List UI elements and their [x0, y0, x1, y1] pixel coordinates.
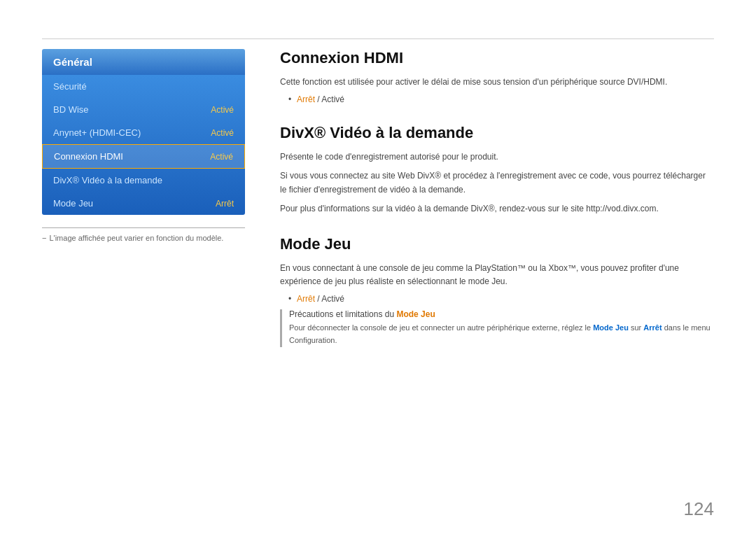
page-number: 124 [684, 498, 714, 520]
sidebar-item-divx[interactable]: DivX® Vidéo à la demande [42, 169, 245, 192]
sidebar-item-connexion-hdmi[interactable]: Connexion HDMIActivé [42, 144, 245, 169]
section-title-divx: DivX® Vidéo à la demande [280, 124, 714, 142]
bullet-item: Arrêt / Activé [288, 294, 714, 304]
section-mode-jeu: Mode JeuEn vous connectant à une console… [280, 235, 714, 347]
bullet-item: Arrêt / Activé [288, 94, 714, 104]
sidebar-item-label: Mode Jeu [53, 198, 93, 209]
sidebar-item-label: BD Wise [53, 104, 89, 115]
sidebar-note: L'image affichée peut varier en fonction… [42, 227, 245, 242]
section-paragraph: Si vous vous connectez au site Web DivX®… [280, 169, 714, 196]
section-paragraph: Pour plus d'informations sur la vidéo à … [280, 202, 714, 216]
section-title-mode-jeu: Mode Jeu [280, 235, 714, 253]
sidebar-item-bdwise[interactable]: BD WiseActivé [42, 98, 245, 121]
sidebar-item-label: DivX® Vidéo à la demande [53, 175, 162, 185]
sidebar-header: Général [42, 49, 245, 75]
section-paragraph: Cette fonction est utilisée pour activer… [280, 76, 714, 89]
precaution-title: Précautions et limitations du Mode Jeu [289, 309, 714, 319]
sidebar-note-text: L'image affichée peut varier en fonction… [42, 234, 245, 242]
sidebar-item-value: Activé [211, 105, 234, 115]
bullet-list: Arrêt / Activé [288, 294, 714, 304]
sidebar-item-value: Activé [210, 152, 233, 162]
section-paragraph: En vous connectant à une console de jeu … [280, 262, 714, 288]
main-content: Connexion HDMICette fonction est utilisé… [280, 49, 714, 492]
sidebar-item-mode-jeu[interactable]: Mode JeuArrêt [42, 192, 245, 215]
section-divx: DivX® Vidéo à la demandePrésente le code… [280, 124, 714, 216]
precaution-body: Pour déconnecter la console de jeu et co… [289, 322, 714, 346]
sidebar-item-label: Connexion HDMI [54, 151, 123, 162]
sidebar-item-value: Arrêt [216, 199, 234, 209]
sidebar-item-label: Sécurité [53, 81, 87, 92]
precaution-block: Précautions et limitations du Mode JeuPo… [280, 309, 714, 346]
sidebar-item-securite[interactable]: Sécurité [42, 75, 245, 98]
sidebar-item-anynet[interactable]: Anynet+ (HDMI-CEC)Activé [42, 121, 245, 144]
sidebar: Général SécuritéBD WiseActivéAnynet+ (HD… [42, 49, 245, 242]
section-paragraph: Présente le code d'enregistrement autori… [280, 150, 714, 164]
sidebar-item-label: Anynet+ (HDMI-CEC) [53, 127, 141, 138]
sidebar-item-value: Activé [211, 128, 234, 138]
section-connexion-hdmi: Connexion HDMICette fonction est utilisé… [280, 49, 714, 104]
bullet-list: Arrêt / Activé [288, 94, 714, 104]
section-title-connexion-hdmi: Connexion HDMI [280, 49, 714, 67]
sidebar-menu: SécuritéBD WiseActivéAnynet+ (HDMI-CEC)A… [42, 75, 245, 215]
top-divider [42, 38, 714, 39]
